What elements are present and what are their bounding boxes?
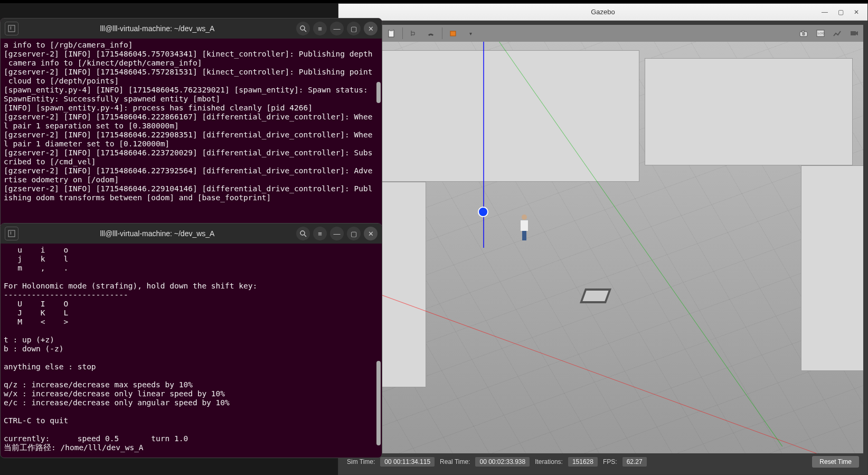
minimize-button[interactable]: — <box>821 8 828 16</box>
svg-line-18 <box>304 235 306 237</box>
terminal1-titlebar[interactable]: lll@lll-virtual-machine: ~/dev_ws_A ≡ — … <box>1 18 382 39</box>
terminal2-titlebar[interactable]: lll@lll-virtual-machine: ~/dev_ws_A ≡ — … <box>1 223 382 244</box>
svg-rect-3 <box>390 30 393 31</box>
record-icon[interactable] <box>848 27 860 39</box>
terminal-window-2: lll@lll-virtual-machine: ~/dev_ws_A ≡ — … <box>0 223 382 458</box>
iterations-value: 151628 <box>568 457 598 467</box>
sim-time-value: 00 00:11:34.115 <box>380 457 435 467</box>
sim-robot[interactable] <box>478 207 488 217</box>
svg-rect-10 <box>851 31 856 35</box>
fps-value: 62.27 <box>622 457 647 467</box>
terminal2-output[interactable]: u i o j k l m , . For Holonomic mode (st… <box>1 244 382 458</box>
sim-person[interactable] <box>520 215 529 240</box>
search-button[interactable] <box>296 227 310 240</box>
box-tool-icon[interactable] <box>448 27 459 39</box>
more-icon[interactable]: ▾ <box>465 27 476 39</box>
align-icon[interactable] <box>408 27 420 39</box>
close-button[interactable]: ✕ <box>364 22 378 35</box>
window-controls: — ▢ ✕ <box>821 8 867 16</box>
new-tab-button[interactable] <box>5 227 18 240</box>
svg-rect-15 <box>8 230 15 237</box>
camera-icon[interactable] <box>798 27 809 39</box>
reset-time-button[interactable]: Reset Time <box>812 456 859 468</box>
real-time-value: 00 00:02:33.938 <box>475 457 530 467</box>
svg-rect-12 <box>11 26 11 30</box>
sim-wall <box>353 50 639 182</box>
terminal-window-1: lll@lll-virtual-machine: ~/dev_ws_A ≡ — … <box>0 18 382 243</box>
toolbar-separator <box>442 27 442 39</box>
search-button[interactable] <box>296 22 310 35</box>
gazebo-content: ▾ LOG Sim Time: 00 <box>338 21 867 474</box>
maximize-button[interactable]: ▢ <box>347 22 361 35</box>
terminal1-title: lll@lll-virtual-machine: ~/dev_ws_A <box>22 24 293 33</box>
close-button[interactable]: ✕ <box>853 8 860 16</box>
terminal2-scrollbar[interactable] <box>376 361 381 445</box>
gazebo-titlebar[interactable]: Gazebo — ▢ ✕ <box>338 4 867 21</box>
gazebo-window: Gazebo — ▢ ✕ ▾ LOG <box>338 3 868 475</box>
svg-point-6 <box>802 33 805 36</box>
terminal2-title: lll@lll-virtual-machine: ~/dev_ws_A <box>22 229 293 238</box>
new-tab-button[interactable] <box>5 22 18 35</box>
sim-wall <box>645 58 853 165</box>
snap-icon[interactable] <box>425 27 437 39</box>
menu-button[interactable]: ≡ <box>313 22 327 35</box>
sim-time-label: Sim Time: <box>347 458 375 465</box>
svg-line-14 <box>304 30 306 32</box>
svg-rect-4 <box>450 31 456 36</box>
gazebo-title: Gazebo <box>591 8 615 16</box>
svg-point-17 <box>300 231 305 235</box>
iterations-label: Iterations: <box>535 458 563 465</box>
svg-text:LOG: LOG <box>818 32 825 35</box>
svg-rect-7 <box>802 31 804 32</box>
maximize-button[interactable]: ▢ <box>837 8 844 16</box>
real-time-label: Real Time: <box>440 458 470 465</box>
gazebo-toolbar: ▾ LOG <box>343 25 863 42</box>
sim-wall <box>801 165 863 371</box>
log-icon[interactable]: LOG <box>815 27 826 39</box>
close-button[interactable]: ✕ <box>364 227 378 240</box>
svg-point-13 <box>300 26 305 30</box>
svg-rect-11 <box>8 25 15 32</box>
plot-icon[interactable] <box>832 27 843 39</box>
terminal1-output[interactable]: a info to [/rgb/camera_info] [gzserver-2… <box>1 39 382 242</box>
maximize-button[interactable]: ▢ <box>347 227 361 240</box>
gazebo-viewport[interactable] <box>343 42 863 453</box>
fps-label: FPS: <box>603 458 617 465</box>
minimize-button[interactable]: — <box>330 22 344 35</box>
svg-rect-16 <box>11 231 11 235</box>
menu-button[interactable]: ≡ <box>313 227 327 240</box>
paste-icon[interactable] <box>385 27 397 39</box>
gazebo-status-bar: Sim Time: 00 00:11:34.115 Real Time: 00 … <box>343 453 863 470</box>
minimize-button[interactable]: — <box>330 227 344 240</box>
terminal1-scrollbar[interactable] <box>376 82 381 103</box>
sim-table[interactable] <box>579 288 611 303</box>
toolbar-separator <box>402 27 403 39</box>
